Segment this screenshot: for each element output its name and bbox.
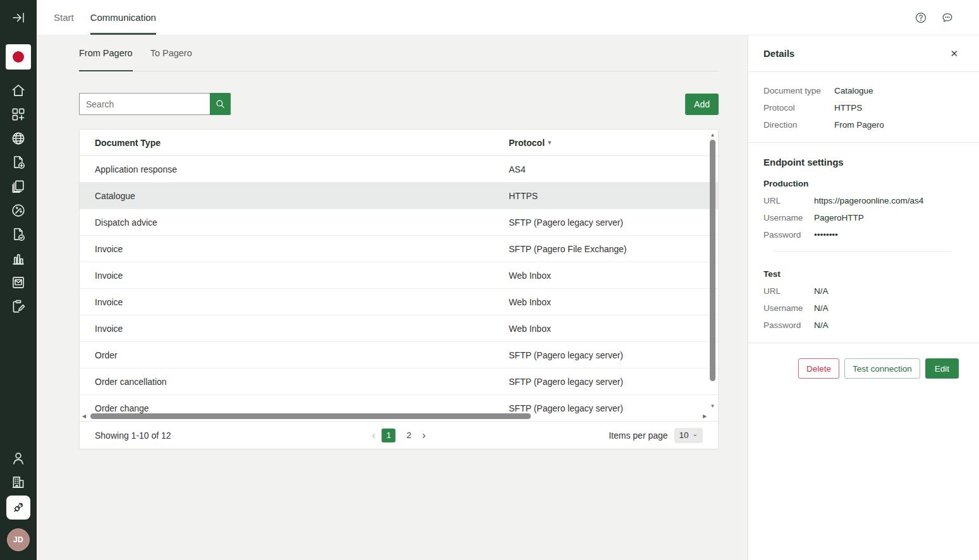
edit-button[interactable]: Edit bbox=[925, 358, 959, 379]
test-username-row: Username N/A bbox=[763, 303, 959, 313]
cell-document-type: Invoice bbox=[80, 297, 509, 307]
page-button-2[interactable]: 2 bbox=[402, 429, 416, 442]
pagination: ‹ 1 2 › bbox=[372, 429, 426, 442]
vertical-scroll-track[interactable] bbox=[710, 140, 715, 402]
document-plus-icon bbox=[10, 154, 27, 171]
bar-chart-icon bbox=[10, 250, 27, 267]
sidebar-item-company[interactable] bbox=[0, 470, 37, 494]
document-check-icon bbox=[10, 226, 27, 243]
topbar-actions bbox=[915, 0, 979, 35]
test-title: Test bbox=[763, 269, 959, 279]
details-header: Details ✕ bbox=[748, 35, 979, 71]
field-label: Password bbox=[763, 230, 814, 240]
cell-protocol: SFTP (Pagero legacy server) bbox=[509, 377, 718, 387]
sidebar-item-home[interactable] bbox=[0, 78, 37, 102]
field-value: https://pageroonline.com/as4 bbox=[814, 196, 923, 205]
pagero-logo[interactable] bbox=[6, 44, 31, 70]
tab-communication[interactable]: Communication bbox=[90, 0, 156, 35]
tab-communication-label: Communication bbox=[90, 12, 156, 23]
sidebar-item-reports[interactable] bbox=[0, 247, 37, 271]
table-header-row: Document Type Protocol ▾ bbox=[80, 130, 718, 156]
topbar: Start Communication bbox=[37, 0, 979, 35]
field-label: Password bbox=[763, 320, 814, 330]
horizontal-scroll-track[interactable] bbox=[88, 413, 700, 419]
plug-connection-icon bbox=[10, 499, 27, 516]
toolbar: Add bbox=[79, 93, 719, 115]
sidebar-item-document-status[interactable] bbox=[0, 222, 37, 247]
table-row[interactable]: Invoice Web Inbox bbox=[80, 262, 718, 289]
table-row[interactable]: Order cancellation SFTP (Pagero legacy s… bbox=[80, 368, 718, 395]
cell-document-type: Invoice bbox=[80, 324, 509, 334]
info-label: Protocol bbox=[763, 103, 834, 113]
building-icon bbox=[10, 474, 27, 490]
tab-start[interactable]: Start bbox=[54, 0, 74, 35]
expand-arrow-icon bbox=[11, 10, 26, 25]
table-row[interactable]: Application response AS4 bbox=[80, 156, 718, 183]
cell-protocol: SFTP (Pagero File Exchange) bbox=[509, 244, 718, 254]
test-connection-button[interactable]: Test connection bbox=[844, 358, 920, 379]
field-value: N/A bbox=[814, 286, 829, 296]
sidebar-item-apps[interactable] bbox=[0, 102, 37, 126]
items-per-page-select[interactable]: 10 ⌄ bbox=[674, 428, 703, 443]
scroll-up-icon[interactable]: ▲ bbox=[710, 131, 715, 139]
scroll-down-icon[interactable]: ▼ bbox=[710, 403, 715, 410]
chat-feedback-icon[interactable] bbox=[941, 11, 954, 24]
info-row-direction: Direction From Pagero bbox=[763, 120, 959, 130]
sidebar-item-documents[interactable] bbox=[0, 174, 37, 198]
table-row-selected[interactable]: Catalogue HTTPS bbox=[80, 183, 718, 209]
sidebar-item-automation[interactable] bbox=[0, 198, 37, 222]
tab-from-pagero[interactable]: From Pagero bbox=[79, 35, 133, 71]
sidebar-item-network[interactable] bbox=[0, 126, 37, 150]
showing-count: Showing 1-10 of 12 bbox=[80, 430, 171, 441]
add-button[interactable]: Add bbox=[685, 94, 719, 115]
table-row[interactable]: Invoice Web Inbox bbox=[80, 315, 718, 342]
scroll-right-icon[interactable]: ▶ bbox=[700, 413, 709, 419]
search-input[interactable] bbox=[79, 93, 210, 115]
globe-icon bbox=[10, 130, 27, 147]
table-row[interactable]: Order change SFTP (Pagero legacy server) bbox=[80, 395, 718, 413]
sidebar-item-user[interactable] bbox=[0, 446, 37, 470]
tab-from-pagero-label: From Pagero bbox=[79, 48, 133, 58]
tab-start-label: Start bbox=[54, 12, 74, 23]
field-label: URL bbox=[763, 196, 814, 205]
table-row[interactable]: Order SFTP (Pagero legacy server) bbox=[80, 342, 718, 368]
horizontal-scroll-thumb[interactable] bbox=[90, 413, 531, 419]
scroll-left-icon[interactable]: ◀ bbox=[80, 413, 88, 419]
test-url-row: URL N/A bbox=[763, 286, 959, 296]
sidebar-item-create-document[interactable] bbox=[0, 150, 37, 174]
table-row[interactable]: Invoice SFTP (Pagero File Exchange) bbox=[80, 236, 718, 262]
vertical-scrollbar[interactable]: ▲ ▼ bbox=[708, 131, 717, 410]
sidebar-item-communication-active[interactable] bbox=[6, 496, 30, 520]
horizontal-scrollbar[interactable]: ◀ ▶ bbox=[80, 411, 709, 421]
divider bbox=[748, 142, 979, 143]
info-value: HTTPS bbox=[834, 103, 862, 113]
page-prev-icon[interactable]: ‹ bbox=[372, 430, 375, 441]
field-value: N/A bbox=[814, 320, 829, 330]
close-icon[interactable]: ✕ bbox=[950, 49, 958, 58]
magic-wand-icon bbox=[10, 202, 27, 219]
sidebar-item-forms[interactable] bbox=[0, 295, 37, 319]
vertical-scroll-thumb[interactable] bbox=[710, 140, 715, 381]
column-header-protocol-label: Protocol bbox=[509, 138, 545, 148]
page-next-icon[interactable]: › bbox=[422, 430, 425, 441]
page-button-1[interactable]: 1 bbox=[382, 429, 396, 442]
info-row-protocol: Protocol HTTPS bbox=[763, 103, 959, 113]
test-password-row: Password N/A bbox=[763, 320, 959, 330]
direction-tabs: From Pagero To Pagero bbox=[79, 35, 719, 71]
cell-document-type: Order bbox=[80, 350, 509, 360]
table-row[interactable]: Dispatch advice SFTP (Pagero legacy serv… bbox=[80, 209, 718, 236]
cell-document-type: Invoice bbox=[80, 244, 509, 254]
avatar[interactable]: JD bbox=[7, 528, 30, 551]
help-icon[interactable] bbox=[915, 11, 927, 24]
search-button[interactable] bbox=[210, 93, 231, 115]
column-header-protocol[interactable]: Protocol ▾ bbox=[509, 138, 718, 148]
delete-button[interactable]: Delete bbox=[798, 358, 839, 379]
table-row[interactable]: Invoice Web Inbox bbox=[80, 289, 718, 315]
communication-table-card: Document Type Protocol ▾ Application res… bbox=[79, 129, 719, 449]
tab-to-pagero[interactable]: To Pagero bbox=[150, 35, 192, 71]
field-label: Username bbox=[763, 213, 814, 222]
clipboard-edit-icon bbox=[10, 298, 27, 315]
details-panel: Details ✕ Document type Catalogue Protoc… bbox=[748, 35, 979, 560]
sidebar-item-inbox[interactable] bbox=[0, 271, 37, 295]
sidebar-expand-button[interactable] bbox=[0, 5, 37, 30]
